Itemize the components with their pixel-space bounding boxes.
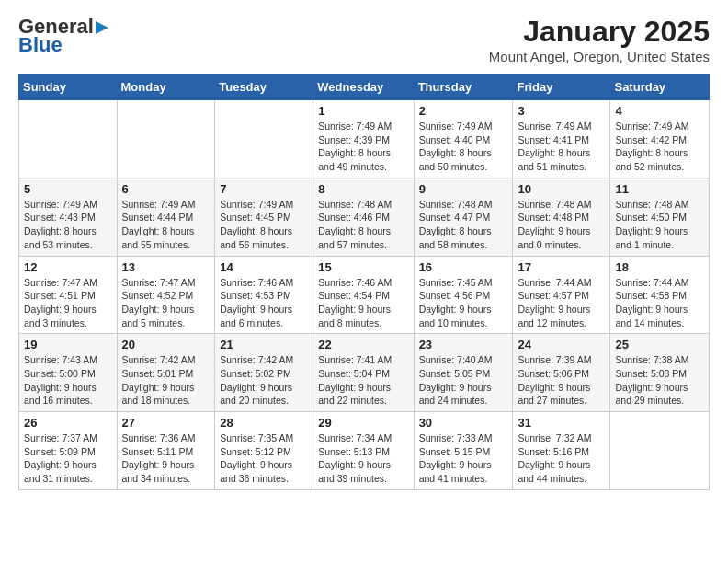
calendar-cell: 30Sunrise: 7:33 AM Sunset: 5:15 PM Dayli… xyxy=(414,412,513,490)
day-number: 8 xyxy=(318,182,408,196)
calendar-cell: 16Sunrise: 7:45 AM Sunset: 4:56 PM Dayli… xyxy=(414,256,513,334)
day-info: Sunrise: 7:46 AM Sunset: 4:53 PM Dayligh… xyxy=(220,276,308,330)
header: General Blue January 2025 Mount Angel, O… xyxy=(18,15,710,64)
day-number: 15 xyxy=(318,260,408,274)
calendar-cell: 1Sunrise: 7:49 AM Sunset: 4:39 PM Daylig… xyxy=(313,100,414,178)
day-info: Sunrise: 7:49 AM Sunset: 4:44 PM Dayligh… xyxy=(122,198,210,252)
calendar-cell xyxy=(610,412,710,490)
day-number: 30 xyxy=(419,416,508,430)
day-number: 3 xyxy=(518,104,605,118)
calendar-cell xyxy=(117,100,215,178)
day-number: 12 xyxy=(24,260,112,274)
calendar-cell: 20Sunrise: 7:42 AM Sunset: 5:01 PM Dayli… xyxy=(117,334,215,412)
day-info: Sunrise: 7:44 AM Sunset: 4:58 PM Dayligh… xyxy=(615,276,704,330)
calendar-cell: 27Sunrise: 7:36 AM Sunset: 5:11 PM Dayli… xyxy=(117,412,215,490)
day-number: 27 xyxy=(122,416,210,430)
calendar-cell: 29Sunrise: 7:34 AM Sunset: 5:13 PM Dayli… xyxy=(313,412,414,490)
calendar-subtitle: Mount Angel, Oregon, United States xyxy=(489,49,710,64)
day-number: 7 xyxy=(220,182,308,196)
day-number: 5 xyxy=(24,182,112,196)
logo-blue-text: Blue xyxy=(18,33,63,57)
day-number: 23 xyxy=(419,338,508,351)
day-info: Sunrise: 7:44 AM Sunset: 4:57 PM Dayligh… xyxy=(518,276,605,330)
day-info: Sunrise: 7:49 AM Sunset: 4:45 PM Dayligh… xyxy=(220,198,308,252)
day-info: Sunrise: 7:48 AM Sunset: 4:48 PM Dayligh… xyxy=(518,198,605,252)
day-number: 1 xyxy=(318,104,408,118)
day-info: Sunrise: 7:45 AM Sunset: 4:56 PM Dayligh… xyxy=(419,276,508,330)
logo: General Blue xyxy=(18,15,108,57)
calendar-cell: 23Sunrise: 7:40 AM Sunset: 5:05 PM Dayli… xyxy=(414,334,513,412)
calendar-cell: 2Sunrise: 7:49 AM Sunset: 4:40 PM Daylig… xyxy=(414,100,513,178)
header-wednesday: Wednesday xyxy=(313,75,414,100)
calendar-cell: 22Sunrise: 7:41 AM Sunset: 5:04 PM Dayli… xyxy=(313,334,414,412)
logo-arrow-icon xyxy=(96,21,108,34)
calendar-cell: 21Sunrise: 7:42 AM Sunset: 5:02 PM Dayli… xyxy=(215,334,313,412)
day-number: 21 xyxy=(220,338,308,351)
day-info: Sunrise: 7:43 AM Sunset: 5:00 PM Dayligh… xyxy=(24,353,112,408)
calendar-cell: 15Sunrise: 7:46 AM Sunset: 4:54 PM Dayli… xyxy=(313,256,414,334)
week-row-2: 5Sunrise: 7:49 AM Sunset: 4:43 PM Daylig… xyxy=(19,178,710,256)
day-number: 22 xyxy=(318,338,408,351)
day-info: Sunrise: 7:49 AM Sunset: 4:40 PM Dayligh… xyxy=(419,120,508,174)
day-number: 6 xyxy=(122,182,210,196)
header-monday: Monday xyxy=(117,75,215,100)
day-number: 31 xyxy=(518,416,605,430)
calendar-cell: 26Sunrise: 7:37 AM Sunset: 5:09 PM Dayli… xyxy=(19,412,118,490)
day-number: 4 xyxy=(615,104,704,118)
day-info: Sunrise: 7:42 AM Sunset: 5:01 PM Dayligh… xyxy=(122,353,210,408)
day-info: Sunrise: 7:41 AM Sunset: 5:04 PM Dayligh… xyxy=(318,353,408,408)
calendar-cell: 17Sunrise: 7:44 AM Sunset: 4:57 PM Dayli… xyxy=(513,256,610,334)
day-info: Sunrise: 7:38 AM Sunset: 5:08 PM Dayligh… xyxy=(615,353,704,408)
calendar-cell: 5Sunrise: 7:49 AM Sunset: 4:43 PM Daylig… xyxy=(19,178,118,256)
calendar-cell: 19Sunrise: 7:43 AM Sunset: 5:00 PM Dayli… xyxy=(19,334,118,412)
day-info: Sunrise: 7:48 AM Sunset: 4:47 PM Dayligh… xyxy=(419,198,508,252)
calendar-cell: 4Sunrise: 7:49 AM Sunset: 4:42 PM Daylig… xyxy=(610,100,710,178)
day-info: Sunrise: 7:35 AM Sunset: 5:12 PM Dayligh… xyxy=(220,431,308,486)
header-sunday: Sunday xyxy=(19,75,118,100)
header-thursday: Thursday xyxy=(414,75,513,100)
calendar-cell: 12Sunrise: 7:47 AM Sunset: 4:51 PM Dayli… xyxy=(19,256,118,334)
calendar-cell: 6Sunrise: 7:49 AM Sunset: 4:44 PM Daylig… xyxy=(117,178,215,256)
header-friday: Friday xyxy=(513,75,610,100)
day-info: Sunrise: 7:36 AM Sunset: 5:11 PM Dayligh… xyxy=(122,431,210,486)
calendar-cell: 28Sunrise: 7:35 AM Sunset: 5:12 PM Dayli… xyxy=(215,412,313,490)
calendar-cell xyxy=(215,100,313,178)
day-number: 9 xyxy=(419,182,508,196)
day-number: 26 xyxy=(24,416,112,430)
day-info: Sunrise: 7:49 AM Sunset: 4:41 PM Dayligh… xyxy=(518,120,605,174)
week-row-5: 26Sunrise: 7:37 AM Sunset: 5:09 PM Dayli… xyxy=(19,412,710,490)
day-info: Sunrise: 7:49 AM Sunset: 4:39 PM Dayligh… xyxy=(318,120,408,174)
week-row-1: 1Sunrise: 7:49 AM Sunset: 4:39 PM Daylig… xyxy=(19,100,710,178)
day-info: Sunrise: 7:33 AM Sunset: 5:15 PM Dayligh… xyxy=(419,431,508,486)
calendar-table: Sunday Monday Tuesday Wednesday Thursday… xyxy=(18,74,710,490)
calendar-title: January 2025 xyxy=(489,15,710,49)
header-tuesday: Tuesday xyxy=(215,75,313,100)
day-info: Sunrise: 7:37 AM Sunset: 5:09 PM Dayligh… xyxy=(24,431,112,486)
week-row-3: 12Sunrise: 7:47 AM Sunset: 4:51 PM Dayli… xyxy=(19,256,710,334)
day-info: Sunrise: 7:46 AM Sunset: 4:54 PM Dayligh… xyxy=(318,276,408,330)
day-info: Sunrise: 7:47 AM Sunset: 4:51 PM Dayligh… xyxy=(24,276,112,330)
day-number: 25 xyxy=(615,338,704,351)
calendar-cell: 24Sunrise: 7:39 AM Sunset: 5:06 PM Dayli… xyxy=(513,334,610,412)
calendar-cell: 31Sunrise: 7:32 AM Sunset: 5:16 PM Dayli… xyxy=(513,412,610,490)
page: General Blue January 2025 Mount Angel, O… xyxy=(0,0,728,505)
calendar-cell: 18Sunrise: 7:44 AM Sunset: 4:58 PM Dayli… xyxy=(610,256,710,334)
day-number: 28 xyxy=(220,416,308,430)
day-info: Sunrise: 7:47 AM Sunset: 4:52 PM Dayligh… xyxy=(122,276,210,330)
day-number: 2 xyxy=(419,104,508,118)
day-number: 18 xyxy=(615,260,704,274)
day-number: 14 xyxy=(220,260,308,274)
day-number: 19 xyxy=(24,338,112,351)
weekday-header-row: Sunday Monday Tuesday Wednesday Thursday… xyxy=(19,75,710,100)
calendar-cell: 13Sunrise: 7:47 AM Sunset: 4:52 PM Dayli… xyxy=(117,256,215,334)
calendar-cell: 14Sunrise: 7:46 AM Sunset: 4:53 PM Dayli… xyxy=(215,256,313,334)
week-row-4: 19Sunrise: 7:43 AM Sunset: 5:00 PM Dayli… xyxy=(19,334,710,412)
day-info: Sunrise: 7:48 AM Sunset: 4:50 PM Dayligh… xyxy=(615,198,704,252)
calendar-cell xyxy=(19,100,118,178)
calendar-cell: 25Sunrise: 7:38 AM Sunset: 5:08 PM Dayli… xyxy=(610,334,710,412)
day-number: 13 xyxy=(122,260,210,274)
day-info: Sunrise: 7:40 AM Sunset: 5:05 PM Dayligh… xyxy=(419,353,508,408)
header-saturday: Saturday xyxy=(610,75,710,100)
day-info: Sunrise: 7:34 AM Sunset: 5:13 PM Dayligh… xyxy=(318,431,408,486)
calendar-cell: 8Sunrise: 7:48 AM Sunset: 4:46 PM Daylig… xyxy=(313,178,414,256)
